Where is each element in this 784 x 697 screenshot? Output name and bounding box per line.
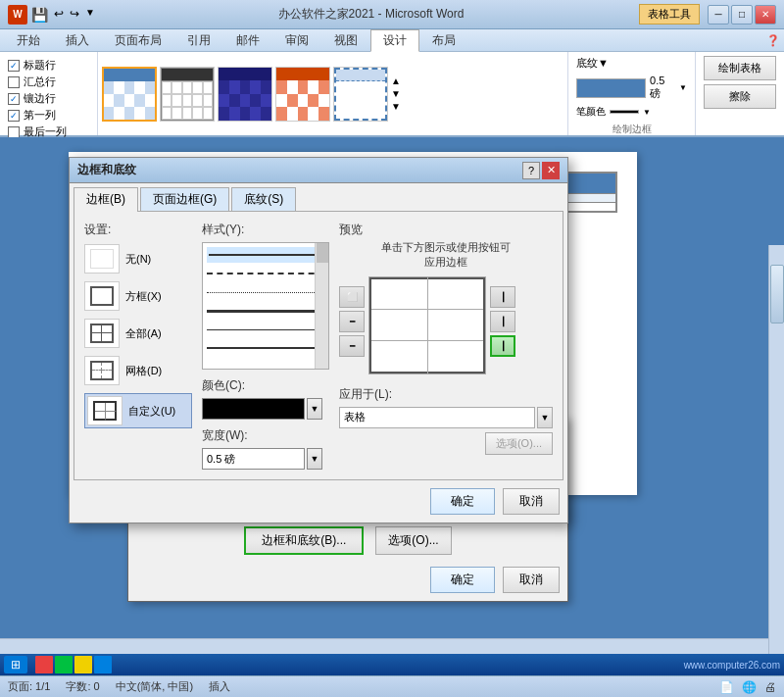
dialog-ok-button[interactable]: 确定 — [430, 488, 495, 515]
apply-dropdown-btn[interactable]: ▼ — [537, 407, 553, 428]
view-print-icon[interactable]: 🖨 — [764, 680, 776, 694]
color-dropdown-btn[interactable]: ▼ — [307, 398, 322, 420]
minimize-button[interactable]: ─ — [708, 5, 729, 25]
taskbar-icon-4[interactable] — [94, 656, 112, 673]
left-border-btn[interactable]: ┃ — [490, 286, 515, 308]
style-scrollbar-thumb[interactable] — [317, 243, 328, 263]
erase-button[interactable]: 擦除 — [704, 84, 776, 109]
outer-cancel-button[interactable]: 取消 — [503, 567, 560, 593]
taskbar-icon-2[interactable] — [55, 656, 73, 673]
customize-icon[interactable]: ▼ — [85, 7, 95, 23]
style-line-5[interactable] — [207, 322, 324, 337]
tab-start[interactable]: 开始 — [4, 29, 53, 52]
border-width-dropdown[interactable]: ▼ — [679, 83, 687, 92]
setting-all[interactable]: 全部(A) — [84, 319, 192, 348]
checkbox-total-row-box[interactable] — [8, 76, 20, 88]
tab-reference[interactable]: 引用 — [174, 29, 223, 52]
style-thumb-3[interactable] — [218, 67, 272, 122]
style-line-2[interactable] — [207, 266, 324, 281]
style-list[interactable] — [202, 242, 329, 370]
scrollbar-horizontal[interactable] — [0, 638, 768, 654]
border-selector[interactable]: 底纹▼ — [576, 56, 687, 71]
tab-insert[interactable]: 插入 — [53, 29, 102, 52]
border-dialog-help[interactable]: ? — [522, 162, 540, 179]
style-thumb-5[interactable] — [333, 67, 388, 122]
outer-ok-button[interactable]: 确定 — [430, 567, 495, 593]
start-btn[interactable]: ⊞ — [4, 656, 27, 673]
style-selected-line[interactable] — [207, 247, 324, 263]
ribbon-help[interactable]: ❓ — [766, 34, 780, 47]
width-input[interactable]: 0.5 磅 — [202, 448, 305, 470]
undo-icon[interactable]: ↩ — [54, 7, 64, 23]
apply-select[interactable]: 表格 — [339, 407, 535, 428]
checkbox-first-col[interactable]: 第一列 — [8, 108, 89, 123]
checkbox-first-col-box[interactable] — [8, 110, 20, 122]
style-line-4[interactable] — [207, 303, 324, 319]
right-border-btn[interactable]: ┃ — [490, 335, 515, 357]
border-shading-button[interactable]: 边框和底纹(B)... — [244, 526, 364, 555]
border-dialog-title: 边框和底纹 ? ✕ — [70, 158, 567, 183]
setting-grid-icon — [84, 356, 120, 385]
status-right: 📄 🌐 🖨 — [719, 680, 776, 694]
checkbox-banded-rows[interactable]: 镶边行 — [8, 91, 89, 106]
checkbox-last-col-box[interactable] — [8, 126, 20, 138]
draw-borders-label: 绘制边框 — [576, 123, 687, 136]
style-line-6[interactable] — [207, 340, 324, 356]
setting-grid[interactable]: 网格(D) — [84, 356, 192, 385]
tab-page-border[interactable]: 页面边框(G) — [140, 187, 229, 211]
tab-view[interactable]: 视图 — [321, 29, 370, 52]
tab-shading[interactable]: 底纹(S) — [231, 187, 296, 211]
setting-box[interactable]: 方框(X) — [84, 281, 192, 311]
dialog-cancel-button[interactable]: 取消 — [503, 488, 560, 515]
status-page: 页面: 1/1 — [8, 679, 50, 694]
style-scrollbar[interactable] — [315, 243, 328, 369]
restore-button[interactable]: □ — [731, 5, 753, 25]
middle-h-border-btn[interactable]: ━ — [339, 311, 365, 332]
style-thumb-4[interactable] — [275, 67, 330, 122]
mid-v-border-btn[interactable]: ┃ — [490, 311, 515, 332]
checkbox-header-row-box[interactable] — [8, 60, 20, 72]
border-width-selector[interactable]: 0.5 磅 ▼ — [576, 75, 687, 101]
border-dialog-tabs: 边框(B) 页面边框(G) 底纹(S) — [70, 183, 567, 211]
close-button[interactable]: ✕ — [755, 5, 776, 25]
border-width-label: 0.5 磅 — [650, 75, 675, 101]
color-preview[interactable] — [202, 398, 305, 420]
width-dropdown-btn[interactable]: ▼ — [307, 448, 322, 470]
setting-custom[interactable]: 自定义(U) — [84, 393, 192, 428]
checkbox-header-row[interactable]: 标题行 — [8, 58, 89, 73]
bottom-border-btn[interactable]: ━ — [339, 335, 365, 357]
tab-design[interactable]: 设计 — [370, 29, 419, 52]
setting-none[interactable]: 无(N) — [84, 244, 192, 274]
view-normal-icon[interactable]: 📄 — [719, 680, 734, 694]
option-button[interactable]: 选项(O)... — [485, 432, 553, 455]
tab-mail[interactable]: 邮件 — [223, 29, 272, 52]
checkbox-group: 标题行 汇总行 镶边行 — [8, 58, 89, 106]
tab-review[interactable]: 审阅 — [272, 29, 321, 52]
scrollbar-vertical[interactable] — [768, 245, 784, 654]
redo-icon[interactable]: ↪ — [70, 7, 79, 23]
save-icon[interactable]: 💾 — [31, 7, 48, 23]
style-thumb-1[interactable] — [102, 67, 157, 122]
checkbox-total-row[interactable]: 汇总行 — [8, 75, 89, 89]
draw-table-button[interactable]: 绘制表格 — [704, 56, 776, 80]
checkbox-banded-rows-box[interactable] — [8, 93, 20, 105]
preview-canvas[interactable] — [368, 276, 486, 374]
styles-scroll[interactable]: ▲ ▼ ▼ — [391, 75, 407, 112]
scrollbar-thumb[interactable] — [770, 265, 784, 324]
outer-option-button[interactable]: 选项(O)... — [375, 526, 451, 555]
width-label: 宽度(W): — [202, 427, 329, 444]
tab-tablayout[interactable]: 布局 — [419, 29, 468, 52]
style-line-3[interactable] — [207, 284, 324, 300]
taskbar-icon-3[interactable] — [74, 656, 92, 673]
border-dialog-close[interactable]: ✕ — [542, 162, 560, 179]
style-thumb-2[interactable] — [160, 67, 215, 122]
pen-color-dropdown[interactable]: ▼ — [643, 108, 651, 117]
top-border-btn[interactable]: ⬜ — [339, 286, 365, 308]
preview-right-border — [483, 277, 485, 373]
checkbox-total-row-label: 汇总行 — [24, 75, 56, 89]
tab-border[interactable]: 边框(B) — [74, 187, 138, 212]
view-web-icon[interactable]: 🌐 — [742, 680, 757, 694]
taskbar-icon-1[interactable] — [35, 656, 53, 673]
pen-color-selector[interactable]: 笔颜色 ▼ — [576, 105, 687, 119]
tab-layout[interactable]: 页面布局 — [102, 29, 174, 52]
